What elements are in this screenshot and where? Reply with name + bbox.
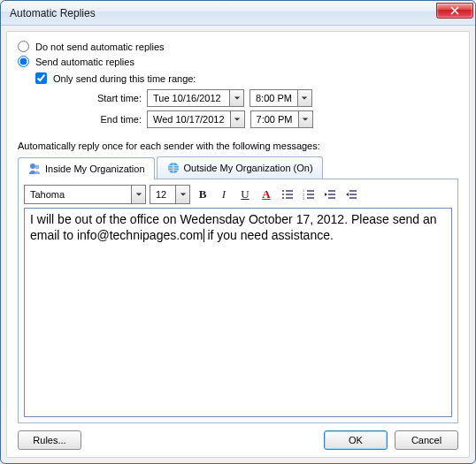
radio-send-input[interactable] xyxy=(18,56,29,67)
radio-dont-send-input[interactable] xyxy=(18,41,29,52)
end-date-combo[interactable]: Wed 10/17/2012 xyxy=(147,110,245,128)
svg-point-7 xyxy=(282,197,284,199)
start-date-combo[interactable]: Tue 10/16/2012 xyxy=(147,89,244,107)
tabs: Inside My Organization Outside My Organi… xyxy=(18,156,458,179)
tab-outside-label: Outside My Organization (On) xyxy=(184,163,313,173)
svg-rect-15 xyxy=(328,190,335,191)
dialog-footer: Rules... OK Cancel xyxy=(18,430,458,450)
time-range-check[interactable]: Only send during this time range: xyxy=(35,72,458,84)
section-label: Automatically reply once for each sender… xyxy=(18,141,458,151)
svg-rect-18 xyxy=(349,190,357,191)
radio-send[interactable]: Send automatic replies xyxy=(18,56,458,67)
end-time-combo[interactable]: 7:00 PM xyxy=(250,110,313,128)
svg-rect-10 xyxy=(307,190,314,191)
end-time-row: End time: Wed 10/17/2012 7:00 PM xyxy=(88,110,458,128)
svg-rect-6 xyxy=(286,194,293,194)
svg-rect-14 xyxy=(307,197,314,198)
svg-rect-12 xyxy=(307,194,314,194)
svg-point-0 xyxy=(30,164,35,169)
rules-button[interactable]: Rules... xyxy=(18,430,81,450)
svg-rect-4 xyxy=(286,190,293,191)
editor-text-after: if you need assistance. xyxy=(204,228,334,242)
svg-text:3: 3 xyxy=(303,196,304,201)
svg-rect-16 xyxy=(328,194,335,194)
ok-button[interactable]: OK xyxy=(324,430,388,450)
tab-outside-org[interactable]: Outside My Organization (On) xyxy=(157,156,323,179)
radio-dont-send[interactable]: Do not send automatic replies xyxy=(18,41,458,52)
svg-rect-19 xyxy=(349,194,357,194)
tab-inside-label: Inside My Organization xyxy=(45,164,145,174)
font-color-button[interactable]: A xyxy=(257,186,275,203)
time-range-checkbox[interactable] xyxy=(35,72,47,84)
close-icon xyxy=(450,6,459,15)
time-range-check-label: Only send during this time range: xyxy=(53,73,196,84)
radio-dont-send-label: Do not send automatic replies xyxy=(35,42,165,52)
message-editor[interactable]: I will be out of the office on Wedensday… xyxy=(24,208,452,417)
font-name-combo[interactable]: Tahoma xyxy=(24,185,146,204)
start-time-row: Start time: Tue 10/16/2012 8:00 PM xyxy=(88,89,458,107)
chevron-down-icon[interactable] xyxy=(297,90,311,106)
svg-point-5 xyxy=(282,194,284,195)
font-name-value: Tahoma xyxy=(25,189,131,200)
chevron-down-icon[interactable] xyxy=(298,111,312,127)
svg-point-3 xyxy=(282,190,284,192)
start-time-combo[interactable]: 8:00 PM xyxy=(250,89,312,107)
font-size-value: 12 xyxy=(150,189,175,200)
indent-button[interactable] xyxy=(342,186,360,203)
tab-inside-org[interactable]: Inside My Organization xyxy=(18,157,155,179)
end-time-value: 7:00 PM xyxy=(251,114,298,125)
chevron-down-icon[interactable] xyxy=(175,186,189,203)
dialog-content: Do not send automatic replies Send autom… xyxy=(6,31,470,458)
chevron-down-icon[interactable] xyxy=(229,90,243,106)
chevron-down-icon[interactable] xyxy=(131,186,145,203)
titlebar: Automatic Replies xyxy=(1,1,475,26)
chevron-down-icon[interactable] xyxy=(230,111,244,127)
bullet-list-button[interactable] xyxy=(279,186,296,203)
dialog-window: Automatic Replies Do not send automatic … xyxy=(0,0,476,464)
bold-button[interactable]: B xyxy=(194,186,211,203)
number-list-button[interactable]: 123 xyxy=(300,186,318,203)
format-toolbar: Tahoma 12 B I U A 123 xyxy=(24,185,452,204)
svg-rect-20 xyxy=(349,197,357,198)
close-button[interactable] xyxy=(436,3,473,19)
cancel-button[interactable]: Cancel xyxy=(395,430,458,450)
svg-point-1 xyxy=(35,165,40,170)
globe-icon xyxy=(166,161,180,175)
svg-rect-17 xyxy=(328,197,335,198)
time-range-block: Only send during this time range: Start … xyxy=(35,71,458,132)
font-size-combo[interactable]: 12 xyxy=(150,185,190,204)
people-icon xyxy=(27,162,42,176)
start-time-value: 8:00 PM xyxy=(250,93,297,103)
svg-rect-8 xyxy=(286,197,293,198)
end-date-value: Wed 10/17/2012 xyxy=(148,114,230,125)
window-title: Automatic Replies xyxy=(10,7,436,19)
underline-button[interactable]: U xyxy=(236,186,254,203)
start-date-value: Tue 10/16/2012 xyxy=(148,93,229,103)
radio-send-label: Send automatic replies xyxy=(35,57,134,67)
italic-button[interactable]: I xyxy=(215,186,233,203)
end-time-label: End time: xyxy=(88,114,142,125)
editor-panel: Tahoma 12 B I U A 123 xyxy=(18,179,458,423)
start-time-label: Start time: xyxy=(88,93,142,103)
outdent-button[interactable] xyxy=(321,186,339,203)
